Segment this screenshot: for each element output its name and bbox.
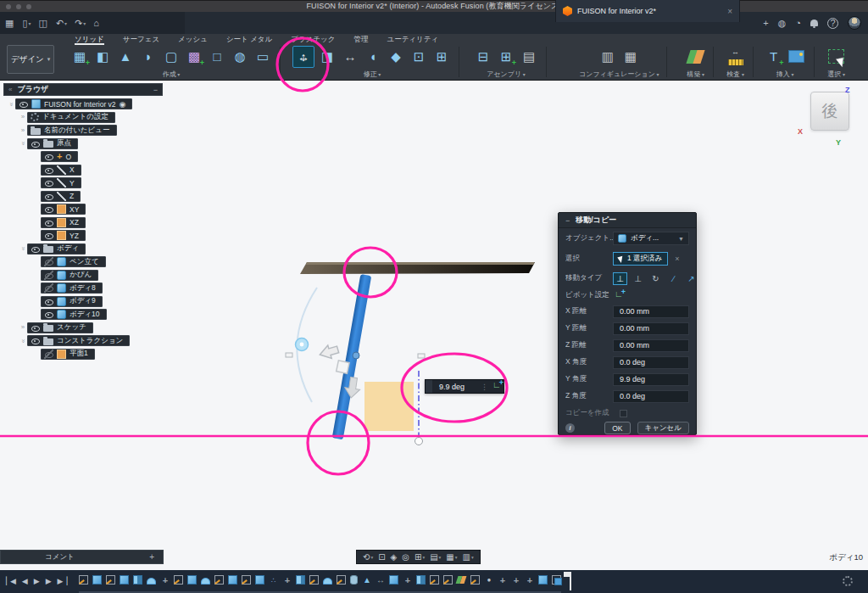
timeline-feature-icon[interactable] — [242, 575, 251, 585]
grid-snap-icon[interactable]: ▦▾ — [446, 552, 457, 562]
move-rotate-icon[interactable]: ↻ — [648, 272, 663, 285]
profile-avatar[interactable] — [848, 16, 861, 30]
timeline-feature-icon[interactable] — [443, 575, 453, 585]
visibility-eye-icon[interactable] — [44, 350, 53, 359]
create-sketch-icon[interactable]: ▦+ — [70, 47, 90, 67]
timeline-feature-icon[interactable]: + — [282, 575, 292, 585]
canvas-image-icon[interactable] — [787, 47, 807, 67]
orbit-icon[interactable]: ⟲▾ — [363, 552, 373, 562]
timeline-feature-icon[interactable] — [552, 575, 561, 585]
timeline-feature-icon[interactable] — [255, 575, 264, 585]
construction-plane-icon[interactable] — [686, 47, 706, 67]
sweep-icon[interactable]: ◗ — [138, 47, 159, 67]
look-at-icon[interactable]: ⊡ — [378, 552, 385, 562]
field-input[interactable]: 0.0 deg — [613, 390, 689, 403]
timeline-feature-icon[interactable] — [470, 575, 480, 585]
joint-icon[interactable]: ▤ — [519, 47, 539, 67]
group-label[interactable]: 挿入 — [776, 70, 794, 79]
expand-caret-icon[interactable]: » — [19, 324, 27, 331]
timeline-feature-icon[interactable] — [133, 575, 142, 585]
timeline-feature-icon[interactable]: ↔ — [376, 575, 385, 585]
timeline-feature-icon[interactable]: + — [525, 575, 534, 585]
visibility-eye-icon[interactable] — [44, 152, 53, 161]
tree-row[interactable]: ペン立て — [41, 256, 132, 267]
timeline-settings-gear-icon[interactable] — [843, 576, 853, 586]
group-label[interactable]: 選択 — [827, 70, 845, 79]
group-label[interactable]: コンフィギュレーション — [579, 70, 659, 79]
pan-icon[interactable]: ◈ — [391, 552, 398, 562]
fillet-icon[interactable]: ◖ — [363, 47, 383, 67]
ribbon-tab[interactable]: ソリッド — [75, 35, 104, 45]
move-copy-icon[interactable] — [292, 46, 314, 68]
visibility-eye-icon[interactable] — [44, 165, 53, 175]
visibility-eye-icon[interactable] — [44, 231, 53, 240]
move-translate-icon[interactable]: ⊥ — [631, 272, 645, 285]
minimize-panel-icon[interactable]: − — [153, 86, 158, 94]
play-button[interactable]: ▶ — [34, 578, 40, 585]
field-input[interactable]: 0.00 mm — [613, 339, 689, 352]
move-free-icon[interactable]: ⊥ — [613, 272, 627, 285]
selection-chip[interactable]: 1 選択済み — [613, 252, 668, 266]
ok-button[interactable]: OK — [604, 422, 630, 434]
zoom-icon[interactable]: ◎ — [402, 552, 409, 562]
visibility-eye-icon[interactable] — [44, 297, 53, 306]
tree-row[interactable]: XY — [41, 204, 132, 215]
timeline-playhead[interactable] — [570, 572, 571, 590]
timeline-feature-icon[interactable] — [538, 575, 548, 585]
pipe-icon[interactable]: ▭ — [253, 47, 273, 67]
timeline-feature-icon[interactable]: ● — [484, 575, 493, 585]
document-tab[interactable]: FUISON for Interior v2* × — [555, 0, 740, 22]
tree-row[interactable]: かびん — [41, 270, 132, 281]
pattern-profile-icon[interactable]: ▢ — [161, 47, 181, 67]
timeline-feature-icon[interactable] — [187, 575, 197, 585]
job-status-icon[interactable]: ◔ — [795, 18, 801, 28]
field-input[interactable]: 9.9 deg — [613, 373, 689, 386]
tree-row[interactable]: » コンストラクション — [19, 335, 132, 346]
field-input[interactable]: 0.00 mm — [613, 305, 689, 318]
tree-row[interactable]: » ドキュメントの設定 — [19, 112, 132, 123]
visibility-eye-icon[interactable] — [44, 283, 53, 293]
primitive-box-icon[interactable]: □ — [207, 47, 227, 67]
axis-icon[interactable] — [491, 381, 504, 392]
set-pivot-icon[interactable] — [613, 290, 626, 301]
extensions-icon[interactable]: ◍ — [778, 18, 787, 29]
tree-row[interactable]: » FUISON for Interior v2 ◉ — [7, 98, 132, 109]
ribbon-tab[interactable]: 管理 — [353, 35, 368, 45]
timeline-feature-icon[interactable] — [337, 575, 346, 585]
undo-icon[interactable]: ↶▾ — [56, 18, 67, 29]
drag-grip[interactable] — [426, 380, 432, 393]
expand-caret-icon[interactable]: » — [19, 244, 26, 253]
timeline-feature-icon[interactable] — [389, 575, 398, 585]
timeline-feature-icon[interactable]: + — [160, 575, 170, 585]
ribbon-tab[interactable]: シート メタル — [226, 35, 272, 45]
fit-icon[interactable]: ⊞▾ — [415, 552, 425, 562]
dialog-titlebar[interactable]: − 移動/コピー — [559, 213, 696, 228]
collapse-dialog-icon[interactable]: − — [565, 216, 570, 225]
visibility-eye-icon[interactable] — [19, 99, 28, 109]
visibility-eye-icon[interactable] — [31, 139, 40, 148]
timeline-feature-icon[interactable] — [106, 575, 115, 585]
timeline-feature-icon[interactable] — [323, 578, 332, 585]
tree-row[interactable]: X — [41, 165, 132, 176]
collapse-panel-icon[interactable]: « — [8, 86, 12, 93]
tree-row[interactable]: XZ — [41, 217, 132, 228]
chamfer-icon[interactable]: ◆ — [386, 47, 406, 67]
timeline-feature-icon[interactable]: + — [511, 575, 520, 585]
expand-caret-icon[interactable]: » — [19, 114, 27, 120]
timeline-feature-icon[interactable] — [92, 575, 102, 585]
timeline-feature-icon[interactable] — [79, 575, 88, 585]
group-label[interactable]: 検査 — [726, 70, 744, 79]
shell-icon[interactable]: ⊡ — [409, 47, 429, 67]
configuration-table-icon[interactable]: ▦ — [620, 47, 641, 67]
tree-row[interactable]: ボディ9 — [41, 296, 132, 307]
visibility-eye-icon[interactable] — [44, 178, 53, 187]
group-label[interactable]: 修正 — [364, 70, 381, 79]
activate-radio-icon[interactable]: ◉ — [120, 100, 126, 109]
timeline-feature-icon[interactable]: + — [498, 575, 507, 585]
step-forward-button[interactable]: ▶ — [46, 578, 52, 585]
tree-row[interactable]: ボディ8 — [41, 283, 132, 294]
ribbon-tab[interactable]: プラスチック — [291, 35, 335, 45]
group-label[interactable]: 構築 — [687, 70, 704, 79]
field-input[interactable]: 0.00 mm — [613, 322, 689, 335]
redo-icon[interactable]: ↷▾ — [75, 18, 86, 29]
